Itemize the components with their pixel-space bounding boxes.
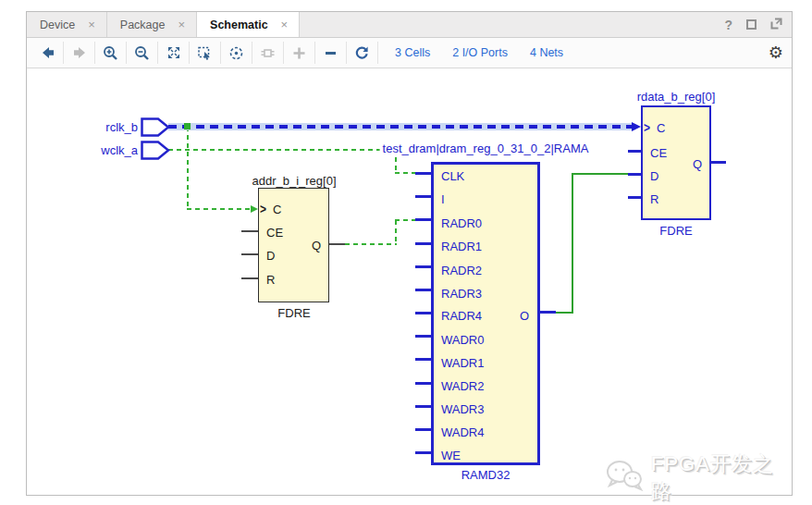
pin-label-o: O (520, 309, 529, 323)
pin-stub-q[interactable] (711, 161, 726, 164)
close-icon[interactable]: × (178, 18, 185, 31)
nets-link[interactable]: 4 Nets (530, 46, 563, 59)
pin-label-wadr1: WADR1 (441, 356, 484, 370)
remove-button[interactable] (315, 42, 347, 64)
net-addr-q-segment[interactable] (395, 219, 417, 221)
pin-stub-wadr2[interactable] (415, 382, 431, 385)
schematic-window: Device × Package × Schematic × ? (26, 11, 793, 496)
tab-package[interactable]: Package × (107, 12, 197, 37)
pin-stub-ce[interactable] (628, 150, 641, 153)
pin-stub-r[interactable] (241, 277, 258, 279)
help-icon[interactable]: ? (724, 18, 732, 32)
wire-arrowhead (251, 205, 258, 213)
tab-schematic[interactable]: Schematic × (197, 12, 300, 37)
pin-stub-o[interactable] (540, 311, 556, 314)
net-ram-o-segment[interactable] (572, 173, 573, 314)
pin-label-wadr3: WADR3 (441, 402, 484, 416)
forward-icon (72, 45, 87, 60)
zoom-selection-icon (197, 45, 213, 61)
net-wclk-segment[interactable] (395, 172, 417, 174)
pin-label-ce: CE (650, 146, 667, 160)
cell-ram[interactable]: CLK I RADR0 RADR1 RADR2 RADR3 RADR4 WADR… (431, 162, 540, 465)
zoom-in-button[interactable] (95, 42, 127, 64)
cell-title-rdata: rdata_b_reg[0] (637, 90, 716, 104)
port-shape-rclk-b[interactable] (141, 117, 170, 141)
autofit-selection-icon (228, 45, 244, 61)
maximize-icon[interactable] (746, 19, 757, 30)
settings-gear-icon[interactable]: ⚙ (769, 44, 783, 61)
pin-label-we: WE (441, 449, 461, 462)
pin-stub-wadr0[interactable] (415, 335, 431, 338)
pin-label-radr1: RADR1 (441, 240, 482, 253)
wechat-icon (605, 459, 644, 498)
pin-stub-r[interactable] (628, 196, 641, 199)
schematic-canvas[interactable]: addr_b_i_reg[0] > C CE D R Q FDRE CLK I … (27, 69, 792, 495)
cell-addr-b-i-reg[interactable]: > C CE D R Q (258, 188, 329, 302)
pin-label-q: Q (312, 239, 321, 252)
pin-stub-wadr1[interactable] (415, 358, 431, 361)
pin-stub-wadr3[interactable] (415, 405, 431, 408)
zoom-in-icon (103, 45, 118, 61)
pin-label-clk: CLK (441, 169, 464, 183)
pin-label-r: R (650, 192, 658, 206)
net-wclk-segment[interactable] (168, 149, 397, 151)
net-wclk-branch[interactable] (187, 127, 189, 209)
cell-type-addr: FDRE (277, 306, 310, 320)
expand-cone-icon (260, 45, 276, 61)
expand-cone-button[interactable] (252, 42, 284, 64)
net-rclk[interactable] (168, 123, 634, 130)
pin-stub-we[interactable] (415, 451, 431, 454)
pin-label-radr3: RADR3 (441, 287, 482, 301)
cell-rdata-b-reg[interactable]: > C CE D R Q (641, 105, 711, 220)
cells-link[interactable]: 3 Cells (395, 46, 430, 59)
cell-type-ram: RAMD32 (461, 468, 511, 482)
pin-stub-d[interactable] (241, 253, 258, 255)
forward-button[interactable] (64, 42, 95, 64)
pin-label-i: I (441, 192, 445, 206)
watermark-text: FPGA开发之路 (651, 450, 792, 505)
pin-stub-radr0[interactable] (415, 218, 431, 221)
port-shape-wclk-a[interactable] (141, 141, 170, 164)
toolbar-links: 3 Cells 2 I/O Ports 4 Nets (395, 46, 563, 59)
port-label-rclk-b[interactable]: rclk_b (55, 120, 138, 134)
pin-stub-d[interactable] (628, 173, 641, 176)
pin-stub-ce[interactable] (241, 230, 258, 232)
pin-stub-i[interactable] (415, 195, 431, 198)
autofit-selection-button[interactable] (221, 42, 252, 64)
pin-stub-clk[interactable] (415, 172, 431, 175)
tab-device[interactable]: Device × (27, 12, 107, 37)
net-ram-o-segment[interactable] (572, 173, 628, 175)
clock-pin-marker: > (644, 120, 650, 135)
pin-stub-q[interactable] (329, 243, 345, 245)
zoom-fit-button[interactable] (158, 42, 190, 64)
tab-bar: Device × Package × Schematic × ? (27, 12, 792, 38)
net-addr-q-segment[interactable] (395, 220, 397, 245)
zoom-out-icon (134, 45, 150, 61)
watermark: FPGA开发之路 (605, 450, 792, 505)
close-icon[interactable]: × (281, 18, 289, 31)
net-addr-q-segment[interactable] (345, 243, 397, 245)
pin-stub-wadr4[interactable] (415, 428, 431, 431)
back-button[interactable] (32, 42, 64, 64)
zoom-fit-icon (166, 45, 181, 60)
zoom-selection-button[interactable] (190, 42, 221, 64)
schematic-toolbar: 3 Cells 2 I/O Ports 4 Nets ⚙ (27, 38, 792, 68)
pin-label-c: C (657, 121, 665, 135)
close-icon[interactable]: × (88, 18, 95, 31)
pin-label-c: C (273, 203, 281, 216)
zoom-out-button[interactable] (127, 42, 158, 64)
pin-stub-radr2[interactable] (415, 265, 431, 268)
add-button[interactable] (284, 42, 315, 64)
window-controls: ? (724, 12, 782, 37)
refresh-button[interactable] (347, 42, 378, 64)
pin-stub-radr1[interactable] (415, 242, 431, 245)
float-window-icon[interactable] (770, 17, 782, 33)
pin-stub-radr3[interactable] (415, 289, 431, 291)
net-wclk-branch[interactable] (187, 208, 250, 210)
pin-label-radr0: RADR0 (441, 216, 482, 230)
io-ports-link[interactable]: 2 I/O Ports (452, 46, 508, 59)
pin-stub-radr4[interactable] (415, 312, 431, 314)
pin-label-wadr2: WADR2 (441, 379, 484, 393)
tab-schematic-label: Schematic (210, 18, 268, 31)
port-label-wclk-a[interactable]: wclk_a (55, 143, 138, 157)
